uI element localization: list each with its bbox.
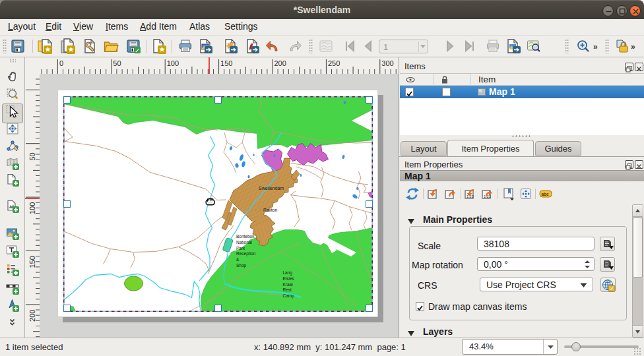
- svg-text:50: 50: [113, 59, 121, 67]
- svg-text:Swellendam: Swellendam: [259, 185, 284, 190]
- svg-text:Reception: Reception: [236, 251, 256, 256]
- svg-text:&: &: [236, 257, 240, 262]
- svg-text:250: 250: [328, 59, 340, 67]
- svg-text:300: 300: [381, 59, 393, 67]
- svg-text:Bontebok: Bontebok: [236, 234, 255, 239]
- svg-text:Lang: Lang: [282, 270, 292, 276]
- svg-text:100: 100: [167, 59, 179, 67]
- svg-text:100: 100: [28, 202, 36, 214]
- svg-text:Kraal: Kraal: [282, 282, 293, 286]
- svg-text:Park: Park: [236, 245, 245, 250]
- svg-text:Shop: Shop: [236, 262, 247, 268]
- svg-text:200: 200: [274, 59, 286, 67]
- svg-text:Elsies: Elsies: [282, 276, 294, 280]
- svg-text:Camp: Camp: [282, 293, 294, 299]
- svg-text:Railton: Railton: [263, 207, 277, 212]
- svg-text:150: 150: [220, 59, 232, 67]
- svg-text:150: 150: [28, 256, 36, 268]
- svg-text:50: 50: [28, 152, 36, 160]
- svg-text:Rest: Rest: [282, 287, 292, 292]
- svg-text:abc: abc: [542, 192, 550, 196]
- svg-text:National: National: [236, 239, 252, 244]
- svg-text:0: 0: [59, 59, 63, 67]
- svg-text:200: 200: [28, 310, 36, 322]
